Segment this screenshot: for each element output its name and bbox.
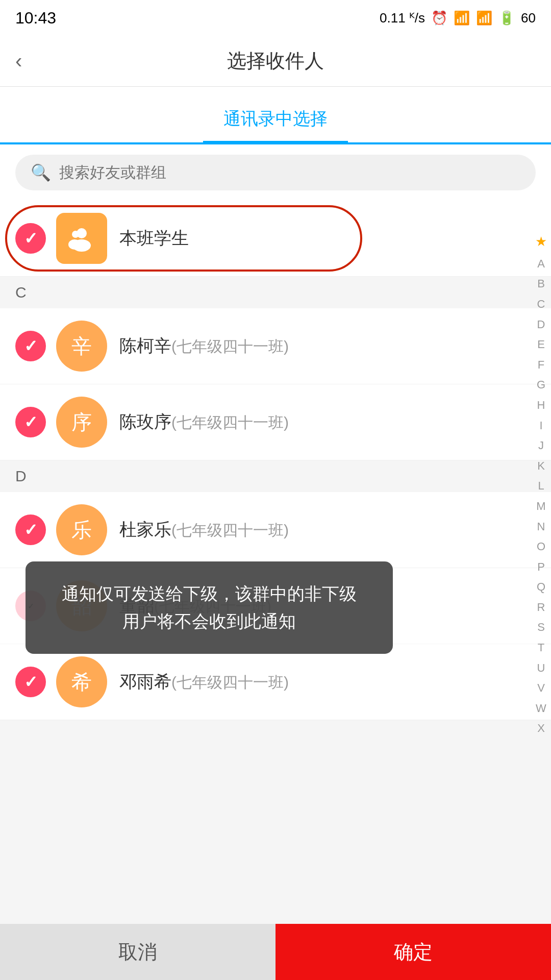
check-circle-dengyuxi[interactable]: ✓ xyxy=(15,667,46,697)
battery-icon: 🔋 xyxy=(498,10,515,26)
svg-point-2 xyxy=(72,231,79,238)
status-time: 10:43 xyxy=(15,9,56,28)
signal-icon: 📶 xyxy=(476,10,492,26)
alpha-A[interactable]: A xyxy=(537,254,545,274)
contact-item-chenmeixu[interactable]: ✓ 序 陈玫序(七年级四十一班) xyxy=(0,384,551,460)
contact-item-dujiale[interactable]: ✓ 乐 杜家乐(七年级四十一班) xyxy=(0,492,551,568)
back-button[interactable]: ‹ xyxy=(15,50,22,72)
tab-bar: 通讯录中选择 xyxy=(0,87,551,142)
alpha-D[interactable]: D xyxy=(537,314,545,335)
alpha-T[interactable]: T xyxy=(538,638,544,658)
check-circle-dujiale[interactable]: ✓ xyxy=(15,514,46,545)
alpha-O[interactable]: O xyxy=(537,536,545,557)
alpha-X[interactable]: X xyxy=(537,718,545,739)
check-circle-group[interactable]: ✓ xyxy=(15,223,46,254)
alpha-V[interactable]: V xyxy=(537,678,545,698)
alpha-S[interactable]: S xyxy=(537,617,545,638)
network-speed: 0.11 ᴷ/s xyxy=(380,10,425,26)
alpha-U[interactable]: U xyxy=(537,658,545,678)
alpha-W[interactable]: W xyxy=(536,698,546,719)
alpha-L[interactable]: L xyxy=(538,476,544,496)
alpha-Q[interactable]: Q xyxy=(537,577,545,597)
tab-contacts[interactable]: 通讯录中选择 xyxy=(203,102,348,142)
battery-level: 60 xyxy=(521,10,536,26)
confirm-button[interactable]: 确定 xyxy=(276,924,551,980)
alpha-G[interactable]: G xyxy=(537,375,545,395)
page-title: 选择收件人 xyxy=(227,48,324,74)
alpha-star[interactable]: ★ xyxy=(535,230,547,254)
check-circle-chenmeixu[interactable]: ✓ xyxy=(15,407,46,437)
group-avatar xyxy=(56,213,107,264)
alpha-K[interactable]: K xyxy=(537,456,545,476)
cancel-button[interactable]: 取消 xyxy=(0,924,276,980)
alpha-P[interactable]: P xyxy=(537,557,545,577)
name-dengyuxi: 邓雨希(七年级四十一班) xyxy=(119,670,289,694)
alpha-M[interactable]: M xyxy=(536,496,545,517)
svg-point-3 xyxy=(68,239,81,250)
check-circle-chenkexi[interactable]: ✓ xyxy=(15,331,46,361)
alpha-H[interactable]: H xyxy=(537,395,545,415)
clock-icon: ⏰ xyxy=(431,10,447,26)
avatar-chenkexi: 辛 xyxy=(56,321,107,372)
page-header: ‹ 选择收件人 xyxy=(0,36,551,87)
alpha-J[interactable]: J xyxy=(538,435,544,456)
status-bar: 10:43 0.11 ᴷ/s ⏰ 📶 📶 🔋 60 xyxy=(0,0,551,36)
name-dujiale: 杜家乐(七年级四十一班) xyxy=(119,518,289,542)
alpha-C[interactable]: C xyxy=(537,294,545,314)
name-chenmeixu: 陈玫序(七年级四十一班) xyxy=(119,410,289,434)
alpha-F[interactable]: F xyxy=(538,355,544,375)
checkmark-dujiale: ✓ xyxy=(24,520,38,540)
checkmark-chenkexi: ✓ xyxy=(24,336,38,356)
section-header-d: D xyxy=(0,460,551,492)
name-chenkexi: 陈柯辛(七年级四十一班) xyxy=(119,334,289,358)
group-item-class[interactable]: ✓ 本班学生 xyxy=(0,201,551,277)
contact-item-chenkexi[interactable]: ✓ 辛 陈柯辛(七年级四十一班) xyxy=(0,308,551,384)
checkmark-chenmeixu: ✓ xyxy=(24,412,38,432)
contact-item-dengyuxi[interactable]: ✓ 希 邓雨希(七年级四十一班) xyxy=(0,644,551,720)
avatar-chenmeixu: 序 xyxy=(56,397,107,448)
alpha-N[interactable]: N xyxy=(537,517,545,537)
search-section: 🔍 xyxy=(0,144,551,201)
status-icons: 0.11 ᴷ/s ⏰ 📶 📶 🔋 60 xyxy=(380,10,536,26)
checkmark-icon: ✓ xyxy=(24,229,38,248)
checkmark-dengyuxi: ✓ xyxy=(24,672,38,692)
search-bar[interactable]: 🔍 xyxy=(15,155,536,190)
alpha-I[interactable]: I xyxy=(539,415,542,436)
avatar-dengyuxi: 希 xyxy=(56,656,107,707)
group-name: 本班学生 xyxy=(119,227,189,250)
tooltip-overlay: 通知仅可发送给下级，该群中的非下级用户将不会收到此通知 xyxy=(26,561,393,654)
alpha-E[interactable]: E xyxy=(537,334,545,355)
wifi-icon: 📶 xyxy=(454,10,470,26)
alpha-R[interactable]: R xyxy=(537,597,545,618)
alpha-index[interactable]: ★ A B C D E F G H I J K L M N O P Q R S … xyxy=(531,225,551,744)
avatar-dujiale: 乐 xyxy=(56,504,107,555)
bottom-bar: 取消 确定 xyxy=(0,924,551,980)
search-input[interactable] xyxy=(59,164,520,181)
alpha-B[interactable]: B xyxy=(537,274,545,294)
tooltip-text: 通知仅可发送给下级，该群中的非下级用户将不会收到此通知 xyxy=(62,584,357,631)
section-header-c: C xyxy=(0,277,551,308)
search-icon: 🔍 xyxy=(31,163,51,182)
